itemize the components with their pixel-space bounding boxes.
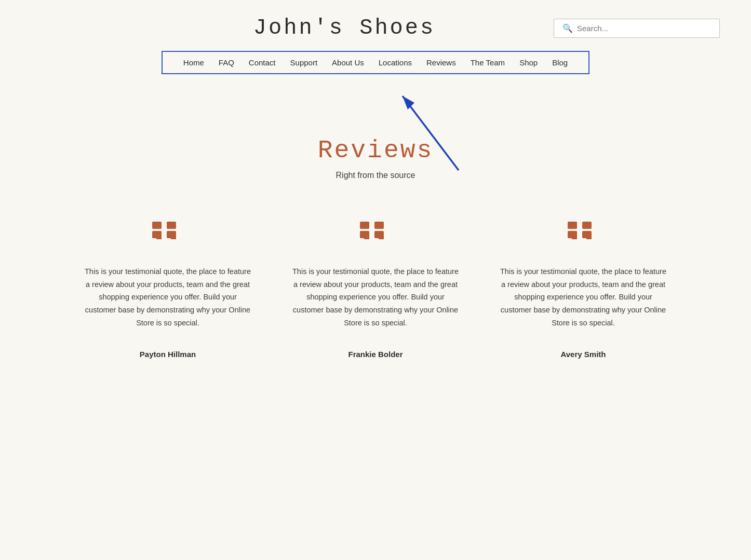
- header: John's Shoes 🔍: [0, 0, 751, 51]
- nav-item-blog[interactable]: Blog: [552, 58, 568, 67]
- svg-line-0: [403, 96, 459, 170]
- svg-rect-14: [568, 222, 577, 229]
- testimonials-container: This is your testimonial quote, the plac…: [0, 211, 751, 400]
- testimonial-text-2: This is your testimonial quote, the plac…: [500, 265, 666, 329]
- nav-item-reviews[interactable]: Reviews: [426, 58, 456, 67]
- quote-svg-0: [152, 222, 183, 248]
- testimonial-author-2: Avery Smith: [500, 350, 666, 359]
- testimonial-text-1: This is your testimonial quote, the plac…: [292, 265, 459, 329]
- arrow-annotation: [0, 85, 751, 178]
- svg-rect-4: [156, 236, 162, 239]
- search-icon: 🔍: [562, 23, 573, 33]
- site-title: John's Shoes: [31, 16, 554, 40]
- nav-item-support[interactable]: Support: [290, 58, 318, 67]
- nav-item-faq[interactable]: FAQ: [219, 58, 234, 67]
- testimonial-card-1: This is your testimonial quote, the plac…: [272, 222, 479, 359]
- quote-icon-1: [292, 222, 459, 250]
- nav-wrapper: HomeFAQContactSupportAbout UsLocationsRe…: [0, 51, 751, 85]
- annotation-arrow: [391, 85, 474, 173]
- svg-rect-13: [379, 236, 384, 239]
- svg-rect-2: [152, 222, 162, 229]
- quote-icon-2: [500, 222, 666, 250]
- nav-item-about-us[interactable]: About Us: [332, 58, 364, 67]
- quote-icon-0: [85, 222, 251, 250]
- svg-rect-11: [374, 222, 384, 229]
- svg-rect-19: [586, 236, 592, 239]
- testimonial-text-0: This is your testimonial quote, the plac…: [85, 265, 251, 329]
- quote-svg-1: [360, 222, 391, 248]
- nav-item-shop[interactable]: Shop: [519, 58, 538, 67]
- svg-marker-1: [403, 96, 414, 110]
- svg-rect-7: [171, 236, 176, 239]
- nav-item-contact[interactable]: Contact: [249, 58, 276, 67]
- svg-rect-8: [360, 222, 369, 229]
- testimonial-card-2: This is your testimonial quote, the plac…: [479, 222, 687, 359]
- testimonial-author-1: Frankie Bolder: [292, 350, 459, 359]
- search-input[interactable]: [577, 24, 711, 33]
- svg-rect-16: [572, 236, 577, 239]
- svg-rect-10: [364, 236, 369, 239]
- quote-svg-2: [568, 222, 599, 248]
- testimonial-card-0: This is your testimonial quote, the plac…: [64, 222, 272, 359]
- svg-rect-17: [582, 222, 592, 229]
- svg-rect-5: [167, 222, 176, 229]
- testimonial-author-0: Payton Hillman: [85, 350, 251, 359]
- nav-item-locations[interactable]: Locations: [379, 58, 412, 67]
- nav-item-home[interactable]: Home: [183, 58, 204, 67]
- nav-bar: HomeFAQContactSupportAbout UsLocationsRe…: [162, 51, 589, 74]
- search-box[interactable]: 🔍: [554, 19, 720, 38]
- nav-item-the-team[interactable]: The Team: [471, 58, 505, 67]
